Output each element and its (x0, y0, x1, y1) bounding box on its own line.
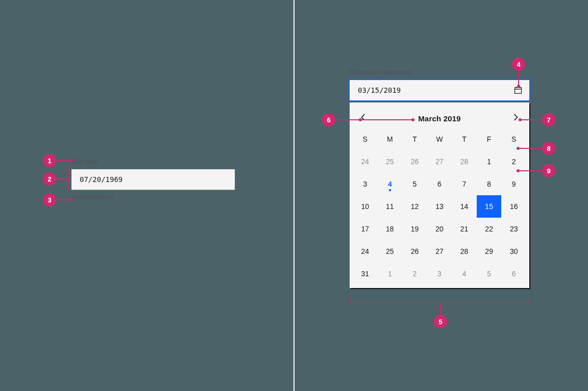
annotation-pin-3: 3 (43, 193, 56, 206)
day-cell[interactable]: 19 (402, 218, 427, 240)
weekday-cell: F (477, 128, 502, 150)
annotation-pin-1: 1 (43, 154, 56, 167)
weekday-cell: S (353, 128, 378, 150)
weekday-cell: M (378, 128, 403, 150)
date-input-open[interactable]: 03/15/2019 (350, 80, 529, 100)
day-cell[interactable]: 24 (353, 240, 378, 263)
day-cell[interactable]: 30 (501, 240, 526, 263)
annotation-bracket (68, 168, 69, 189)
field-label: Birth date (71, 158, 240, 165)
simple-date-panel: Birth date 07/20/1969 month/day/year (71, 158, 240, 200)
annotation-connector (440, 304, 441, 316)
annotation-connector (518, 71, 519, 85)
day-cell[interactable]: 12 (402, 195, 427, 218)
day-cell[interactable]: 28 (452, 240, 477, 263)
day-cell[interactable]: 24 (353, 150, 378, 173)
day-cell[interactable]: 5 (477, 263, 502, 285)
day-cell[interactable]: 5 (402, 173, 427, 195)
annotation-dot (517, 85, 520, 88)
annotation-dot (519, 118, 522, 121)
day-cell[interactable]: 23 (501, 218, 526, 240)
weekday-cell: S (501, 128, 526, 150)
svg-rect-0 (515, 88, 522, 94)
field-label: Scheduled deployment (350, 69, 529, 76)
annotation-pin-8: 8 (542, 142, 555, 155)
annotation-connector (519, 170, 542, 171)
day-cell[interactable]: 2 (501, 150, 526, 173)
day-cell[interactable]: 4 (452, 263, 477, 285)
annotation-connector (56, 199, 70, 200)
day-cell[interactable]: 27 (427, 150, 452, 173)
day-cell[interactable]: 20 (427, 218, 452, 240)
day-cell[interactable]: 28 (452, 150, 477, 173)
days-grid: 2425262728123456789101112131415161718192… (353, 150, 526, 285)
day-cell[interactable]: 14 (452, 195, 477, 218)
annotation-bracket (351, 297, 529, 304)
chevron-left-icon (361, 114, 366, 123)
day-cell-today[interactable]: 4 (378, 173, 403, 195)
annotation-dot (411, 118, 414, 121)
date-input-value: 03/15/2019 (358, 86, 401, 94)
day-cell[interactable]: 17 (353, 218, 378, 240)
day-cell[interactable]: 3 (353, 173, 378, 195)
day-cell[interactable]: 18 (378, 218, 403, 240)
day-cell[interactable]: 6 (427, 173, 452, 195)
day-cell[interactable]: 1 (477, 150, 502, 173)
annotation-dot (517, 147, 520, 150)
calendar-header: March 2019 (353, 106, 526, 128)
annotation-pin-5: 5 (434, 315, 447, 328)
annotation-pin-2: 2 (43, 172, 56, 186)
day-cell[interactable]: 13 (427, 195, 452, 218)
day-cell[interactable]: 26 (402, 150, 427, 173)
day-cell[interactable]: 3 (427, 263, 452, 285)
day-cell[interactable]: 29 (477, 240, 502, 263)
weekday-row: SMTWTFS (353, 128, 526, 150)
annotation-pin-6: 6 (322, 113, 335, 126)
prev-month-button[interactable] (356, 111, 371, 126)
day-cell[interactable]: 25 (378, 240, 403, 263)
annotation-dot (69, 159, 72, 162)
day-cell[interactable]: 25 (378, 150, 403, 173)
date-input[interactable]: 07/20/1969 (71, 169, 235, 190)
annotation-dot (359, 118, 362, 121)
day-cell[interactable]: 8 (477, 173, 502, 195)
chevron-right-icon (513, 114, 518, 123)
annotation-connector (335, 119, 412, 120)
annotation-connector (521, 119, 542, 120)
day-cell[interactable]: 6 (501, 263, 526, 285)
day-cell[interactable]: 27 (427, 240, 452, 263)
annotation-dot (517, 169, 520, 172)
day-cell[interactable]: 1 (378, 263, 403, 285)
weekday-cell: T (402, 128, 427, 150)
day-cell[interactable]: 26 (402, 240, 427, 263)
weekday-cell: T (452, 128, 477, 150)
day-cell-selected[interactable]: 15 (477, 195, 502, 218)
annotation-dot (69, 198, 72, 201)
weekday-cell: W (427, 128, 452, 150)
helper-text: month/day/year (71, 193, 240, 200)
annotation-connector (56, 178, 68, 179)
annotation-connector (56, 160, 70, 161)
day-cell[interactable]: 10 (353, 195, 378, 218)
day-cell[interactable]: 16 (501, 195, 526, 218)
day-cell[interactable]: 2 (402, 263, 427, 285)
day-cell[interactable]: 21 (452, 218, 477, 240)
annotation-connector (519, 148, 542, 149)
day-cell[interactable]: 9 (501, 173, 526, 195)
month-year-label[interactable]: March 2019 (418, 114, 461, 123)
calendar-date-panel: Scheduled deployment 03/15/2019 March 20… (350, 69, 529, 288)
day-cell[interactable]: 22 (477, 218, 502, 240)
day-cell[interactable]: 31 (353, 263, 378, 285)
day-cell[interactable]: 7 (452, 173, 477, 195)
annotation-pin-9: 9 (542, 164, 555, 177)
vertical-divider (293, 0, 295, 391)
annotation-pin-7: 7 (542, 113, 555, 126)
calendar-popup: March 2019 SMTWTFS 242526272812345678910… (350, 102, 529, 288)
annotation-pin-4: 4 (512, 58, 525, 71)
day-cell[interactable]: 11 (378, 195, 403, 218)
